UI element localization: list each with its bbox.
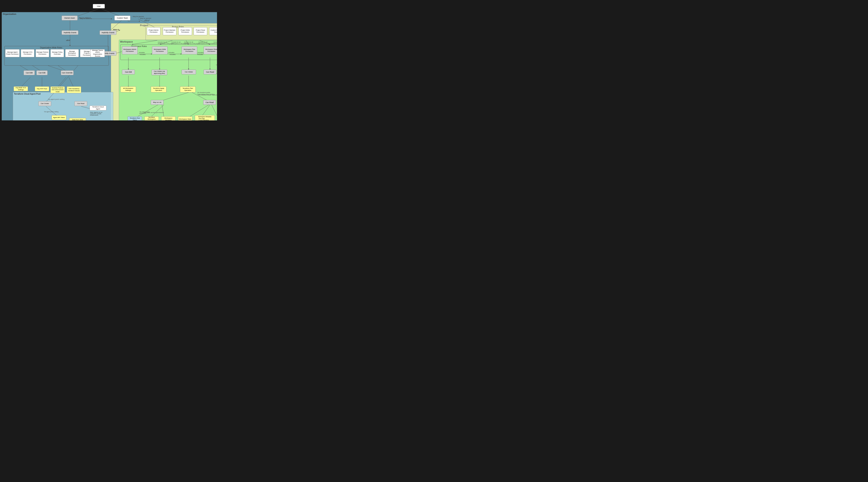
can-initiate-via-node: Can Initiate (via approving plan) [152,69,167,75]
manage-teams-node: Manage Teams and/or Organization Access [90,49,105,57]
edge-via-customized: Via customized workspace permissions [216,64,217,66]
can-read-ws-label: Can Read [206,71,214,73]
via-agent-pools-label: Via agent pool's setting [44,111,58,112]
agent-api-token-node: Agent API Token [52,115,66,120]
workspace-read-label: Workspace Read Permission [205,49,217,52]
edge-includes-3: Includes [197,54,203,55]
may-be-granted-label: May be granted [133,16,144,18]
can-read-ws-node: Can Read [204,69,216,74]
can-edit-1-label: Can Edit [26,72,33,74]
implicitly-grants-2-label: Implicitly Grants [102,32,115,34]
project-write-label: Project Write Permission [179,29,191,33]
custom-team-label: Custom Team [117,17,128,19]
terraform-apply-label: Terraform Apply Operation [152,87,165,91]
terraform-apply-node: Terraform Apply Operation [151,86,166,92]
sentinel-policies-node: Sentinel Policies and enforcement mode [51,86,65,93]
sensitive-workspace-vars-node: Sensitive Workspace Variables [145,116,159,120]
org-wide-vcs-label: Org Wide VCS Settings [14,87,27,91]
agent-note: Note: Agents run on customer's private i… [90,112,106,116]
project-admin-label: Project Admin Permission [148,29,160,33]
soft-mandatory-node: Soft-mandatory Sentinel Checks [67,86,81,93]
manage-teams-label: Manage Teams and/or Organization Access [91,50,104,57]
implicitly-grants-2-node: Implicitly Grants [100,30,116,35]
includes-lbl-2: Includes [168,52,175,53]
user-node: User [93,4,105,8]
one-of-label: One of [145,19,150,21]
terraform-run-token-node: Terraform Run Token [128,116,142,120]
can-edit-ws-label: Can Edit [125,71,132,73]
workspace-admin-label: Workspace Admin Permission [123,49,137,52]
includes-lbl-3: Includes [197,52,204,53]
custom-project-role-label: Custom Project Role [210,29,217,33]
many-of-label: Many of [113,29,119,31]
org-label: Organization [3,13,16,15]
implicitly-grants-1-label: Implicitly Grants [64,32,76,34]
can-read-agent-label: Can Read [77,102,84,104]
soft-mandatory-label: Soft-mandatory Sentinel Checks [68,88,81,92]
can-edit-1-node: Can Edit [24,70,35,75]
via-disable-label: Via disable/enable Speculative Plan Sett… [197,92,215,95]
implicitly-grants-1-node: Implicitly Grants [62,30,79,35]
org-ssh-keys-node: Org SSH Keys [35,86,49,91]
can-create-node: Can Create [38,101,51,106]
workspace-write-node: Workspace Write Permission [152,47,167,54]
edge-may-be-granted: May be granted [140,18,151,19]
workspace-label: Workspace [120,40,133,43]
edge-includes-2: Includes [169,54,176,55]
workspace-metadata-label: Workspace Metadata * Run logs * Cost Est… [198,116,211,120]
custom-team-node: Custom Team [115,16,130,21]
owners-team-node: Owners team [62,16,78,21]
all-workspace-settings-label: All Workspace Settings [121,87,135,91]
can-read-ws2-label: Can Read [206,101,214,103]
manage-agent-pools-label: Manage Agent Pools Permission [6,51,19,55]
tf-cloud-agent-node: Terraform Cloud Agent [90,106,106,111]
can-initiate-label: Can Initiate [185,71,193,73]
workspace-metadata-node: Workspace Metadata * Run logs * Cost Est… [195,115,215,120]
can-edit-2-node: Can Edit [36,70,48,75]
all-of-label: All of [67,39,70,41]
owners-team-label: Owners team [64,17,75,19]
agent-pool-data-label: Data from other workspaces targeting thi… [70,119,85,120]
terraform-run-token-label: Terraform Run Token [128,117,141,120]
includes-lbl-1: Includes [139,52,145,53]
can-read-agent-node: Can Read [74,101,87,106]
workspace-plan-node: Workspace Plan Permission [182,47,197,54]
tf-cloud-agent-label: Terraform Cloud Agent [90,106,105,110]
can-edit-2-label: Can Edit [39,72,45,74]
can-initiate-via-label: Can Initiate (via approving plan) [152,70,166,74]
org-ssh-keys-label: Org SSH Keys [37,88,47,90]
sensitive-workspace-vars-label: Sensitive Workspace Variables [145,116,158,120]
can-override-node: Can Override [61,70,73,75]
can-create-label: Can Create [41,102,49,104]
diagram-container: Organization Project Workspace VCS Provi… [0,0,217,120]
edge-may-added-label: May be added to [79,17,91,19]
manage-vcs-node: Manage VCS Permission [21,49,34,57]
workspace-plan-label: Workspace Plan Permission [182,49,196,52]
workspace-variables-label: Workspace Variables [162,117,175,120]
agent-pool-label: Terraform Cloud Agent Pool [14,93,40,95]
manage-workspace-label: Manage Workspace Permission [66,51,78,56]
manage-policies-node: Manage Policies Permission [36,49,49,57]
edge-includes-1: Includes [140,54,146,55]
edge-includes-all-5: Includes for allworkspaces in the projec… [214,41,217,44]
agent-pool-data-node: Data from other workspaces targeting thi… [69,118,86,120]
may-run-via-node: May run via [151,100,164,105]
terraform-plan-op-label: Terraform Plan Operation [181,87,195,91]
manage-vcs-label: Manage VCS Permission [22,51,34,55]
can-initiate-node: Can Initiate [182,69,196,74]
project-read-label: Project Read Permission [194,29,207,33]
sentinel-policies-label: Sentinel Policies and enforcement mode [51,87,64,93]
project-read-node: Project Read Permission [194,27,207,35]
project-maintain-node: Project Maintain Permission [163,27,177,35]
edge-includes-all-3: Includes for allworkspaces in the projec… [184,41,200,44]
workspace-variables-node: Workspace Variables [161,116,176,120]
manage-workspace-node: Manage Workspace Permission [65,49,79,57]
user-label: User [97,5,101,7]
edge-via-agent-pools: Via agent pool's setting [48,98,64,100]
terraform-plan-op-node: Terraform Plan Operation [180,86,195,92]
via-state-access-label: Via state access permission [140,111,155,114]
manage-policy-overrides-label: Manage Policy Overrides [51,51,63,55]
workspace-state-label: Workspace State [179,118,191,120]
edge-includes-all-4: Includes for allworkspaces in the projec… [198,41,214,44]
custom-project-role-node: Custom Project Role [209,27,217,35]
